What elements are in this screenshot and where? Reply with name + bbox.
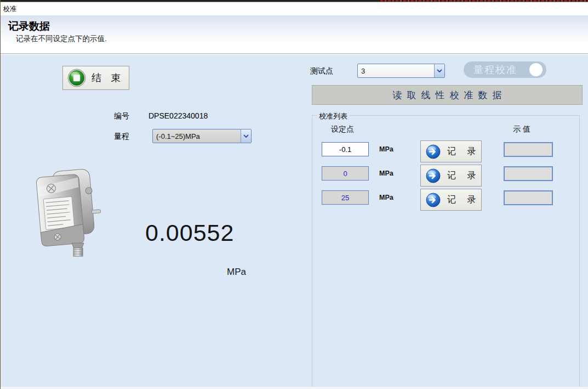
read-linear-calibration-button[interactable]: 读取线性校准数据: [312, 85, 583, 105]
end-button-label: 结 束: [92, 71, 124, 84]
window-bottom-border: [1, 387, 588, 389]
record-button-label: 记 录: [447, 170, 480, 182]
reading-field-1: [504, 142, 553, 157]
record-button-2[interactable]: 记 录: [420, 165, 482, 187]
page-header: 记录数据 记录在不同设定点下的示值.: [1, 15, 588, 54]
stop-icon: [67, 69, 86, 87]
read-linear-calibration-label: 读取线性校准数据: [388, 89, 507, 102]
page-subtitle: 记录在不同设定点下的示值.: [16, 34, 107, 44]
test-point-select[interactable]: 3: [357, 64, 445, 78]
end-button[interactable]: 结 束: [62, 66, 129, 90]
setpoint-input-2: [322, 166, 369, 181]
setpoint-unit-2: MPa: [379, 170, 393, 177]
calibration-window: 校准 记录数据 记录在不同设定点下的示值. 结 束 编号 DPSE0223400…: [0, 0, 588, 389]
range-calibration-toggle-label: 量程校准: [473, 63, 517, 76]
blue-arrow-icon: [426, 193, 441, 207]
record-button-label: 记 录: [447, 194, 480, 206]
window-title: 校准: [3, 4, 16, 14]
chevron-down-icon[interactable]: [241, 129, 251, 143]
setpoint-input-3: [322, 190, 369, 205]
title-bar: 校准: [1, 2, 588, 15]
pressure-transmitter-photo: [27, 166, 109, 257]
setpoint-unit-3: MPa: [379, 194, 393, 201]
range-label: 量程: [114, 132, 129, 142]
test-point-label: 测试点: [310, 66, 333, 76]
serial-value: DPSE022340018: [149, 111, 208, 120]
record-button-1[interactable]: 记 录: [420, 140, 482, 162]
live-reading-value: 0.00552: [145, 219, 234, 246]
setpoint-input-1[interactable]: [322, 142, 369, 156]
serial-label: 编号: [114, 111, 129, 121]
setpoint-column-header: 设定点: [331, 125, 354, 134]
setpoint-unit-1: MPa: [379, 145, 393, 153]
record-button-label: 记 录: [447, 146, 480, 157]
test-point-value: 3: [358, 67, 434, 75]
reading-field-3: [504, 190, 553, 205]
blue-arrow-icon: [426, 168, 441, 183]
live-reading-unit: MPa: [227, 267, 246, 278]
calibration-list-groupbox: 校准列表 设定点 示 值 MPa 记 录 MPa: [312, 115, 580, 387]
reading-column-header: 示 值: [513, 125, 530, 134]
calibration-list-title: 校准列表: [317, 111, 350, 121]
range-select-value: (-0.1~25)MPa: [153, 132, 241, 140]
page-title: 记录数据: [8, 19, 50, 33]
blue-arrow-icon: [426, 144, 441, 159]
record-button-3[interactable]: 记 录: [420, 189, 482, 211]
range-select[interactable]: (-0.1~25)MPa: [152, 129, 252, 143]
background-window-sliver: [1, 0, 588, 2]
range-calibration-toggle[interactable]: 量程校准: [464, 61, 546, 78]
reading-field-2: [504, 166, 553, 181]
toggle-knob[interactable]: [529, 63, 543, 76]
chevron-down-icon[interactable]: [434, 64, 444, 77]
